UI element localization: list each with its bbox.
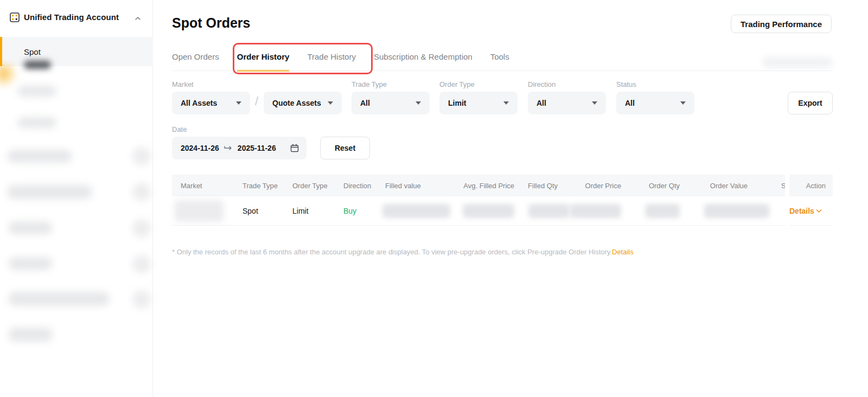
col-direction: Direction <box>343 182 385 190</box>
status-select-value: All <box>625 99 635 107</box>
redacted-value <box>570 204 621 218</box>
tab-bar: Open Orders Order History Trade History … <box>172 52 509 72</box>
tab-open-orders[interactable]: Open Orders <box>172 52 219 72</box>
redacted-sidebar-item[interactable] <box>17 86 56 97</box>
tab-subscription-redemption[interactable]: Subscription & Redemption <box>374 52 473 72</box>
col-order-type: Order Type <box>292 182 343 190</box>
quote-asset-select[interactable]: Quote Assets <box>264 92 342 114</box>
order-type-select-value: Limit <box>448 99 466 107</box>
caret-down-icon <box>328 101 333 105</box>
active-indicator-bar <box>0 37 2 66</box>
redacted-sidebar-item[interactable] <box>8 185 92 199</box>
col-trade-type: Trade Type <box>242 182 292 190</box>
redacted-sidebar-icon[interactable] <box>132 219 151 238</box>
direction-filter-label: Direction <box>528 80 556 88</box>
details-link-label: Details <box>789 207 814 215</box>
cell-order-value <box>680 196 748 225</box>
trade-type-select-value: All <box>360 99 370 107</box>
status-filter-label: Status <box>616 80 636 88</box>
redacted-sidebar-item[interactable] <box>9 257 52 270</box>
redacted-sidebar-item[interactable] <box>8 150 72 163</box>
cell-order-qty <box>621 196 680 225</box>
redacted-sidebar-icon[interactable] <box>132 183 151 201</box>
redacted-sidebar-icon[interactable] <box>132 290 151 309</box>
calendar-icon <box>290 144 299 152</box>
cell-market <box>172 196 242 225</box>
cell-order-type: Limit <box>292 196 343 225</box>
date-filter-label: Date <box>172 125 187 133</box>
spot-orders-page: Unified Trading Account Spot Spot Orders… <box>0 0 868 397</box>
tab-trade-history[interactable]: Trade History <box>307 52 355 72</box>
redacted-sidebar-item[interactable] <box>24 61 51 69</box>
direction-select[interactable]: All <box>528 92 606 114</box>
details-link[interactable]: Details <box>789 207 822 215</box>
col-filled-value: Filled value <box>385 182 459 190</box>
chevron-down-icon <box>816 209 822 213</box>
trade-type-select[interactable]: All <box>352 92 430 114</box>
col-avg-filled-price: Avg. Filled Price <box>459 182 514 190</box>
account-selector[interactable]: Unified Trading Account <box>0 7 153 28</box>
cell-action: Details <box>789 196 833 226</box>
col-action: Action <box>789 175 833 196</box>
caret-down-icon <box>592 101 597 105</box>
account-selector-label: Unified Trading Account <box>24 12 119 22</box>
reset-button[interactable]: Reset <box>320 137 370 159</box>
redacted-market-value <box>175 200 224 222</box>
redacted-sidebar-icon[interactable] <box>132 147 151 165</box>
tab-order-history[interactable]: Order History <box>237 52 290 72</box>
sidebar-item-spot[interactable]: Spot <box>0 37 153 66</box>
market-pair-separator: / <box>255 94 258 108</box>
base-asset-select[interactable]: All Assets <box>172 92 250 114</box>
arrow-right-icon <box>224 145 233 151</box>
col-order-value: Order Value <box>680 182 748 190</box>
redacted-sidebar-item[interactable] <box>17 117 56 128</box>
caret-down-icon <box>236 101 241 105</box>
redacted-link <box>763 57 832 68</box>
trading-performance-button[interactable]: Trading Performance <box>731 15 832 33</box>
col-order-price: Order Price <box>558 182 621 190</box>
tabs-divider <box>172 71 833 71</box>
redacted-sidebar-item[interactable] <box>9 328 52 342</box>
col-filled-qty: Filled Qty <box>514 182 558 190</box>
redacted-value <box>645 204 680 218</box>
direction-select-value: All <box>537 99 546 107</box>
date-to-value: 2025-11-26 <box>238 144 276 152</box>
redacted-sidebar-item[interactable] <box>9 221 52 234</box>
base-asset-select-value: All Assets <box>181 99 217 107</box>
footer-note-text: * Only the records of the last 6 months … <box>172 248 612 256</box>
sidebar-item-spot-label: Spot <box>24 47 41 56</box>
sidebar: Unified Trading Account Spot <box>0 0 153 397</box>
table-row: Spot Limit Buy <box>172 196 785 226</box>
cell-order-price <box>558 196 621 225</box>
redacted-sidebar-item[interactable] <box>9 292 109 306</box>
order-type-select[interactable]: Limit <box>439 92 518 114</box>
quote-asset-select-value: Quote Assets <box>272 99 321 107</box>
redacted-sidebar-icon[interactable] <box>132 255 151 273</box>
chevron-up-icon[interactable] <box>135 14 141 21</box>
caret-down-icon <box>503 101 509 105</box>
col-market: Market <box>172 182 242 190</box>
export-button[interactable]: Export <box>788 92 833 114</box>
cell-status <box>748 196 785 225</box>
tab-tools[interactable]: Tools <box>490 52 509 72</box>
sidebar-active-glow <box>0 64 18 88</box>
trade-type-filter-label: Trade Type <box>352 80 387 88</box>
unified-account-icon <box>10 12 20 22</box>
status-select[interactable]: All <box>616 92 694 114</box>
cell-filled-value <box>385 196 459 225</box>
cell-direction: Buy <box>343 196 385 225</box>
redacted-value <box>463 204 514 218</box>
table-header: Market Trade Type Order Type Direction F… <box>172 175 785 196</box>
redacted-value <box>382 204 450 218</box>
date-from-value: 2024-11-26 <box>181 144 219 152</box>
cell-filled-qty <box>514 196 558 225</box>
col-order-qty: Order Qty <box>621 182 680 190</box>
cell-trade-type: Spot <box>242 196 292 225</box>
col-status-clipped: Status <box>748 182 785 190</box>
order-type-filter-label: Order Type <box>439 80 475 88</box>
caret-down-icon <box>416 101 421 105</box>
footer-note: * Only the records of the last 6 months … <box>172 248 634 256</box>
market-filter-label: Market <box>172 80 194 88</box>
footer-details-link[interactable]: Details <box>612 248 634 256</box>
date-range-picker[interactable]: 2024-11-26 2025-11-26 <box>172 137 307 159</box>
